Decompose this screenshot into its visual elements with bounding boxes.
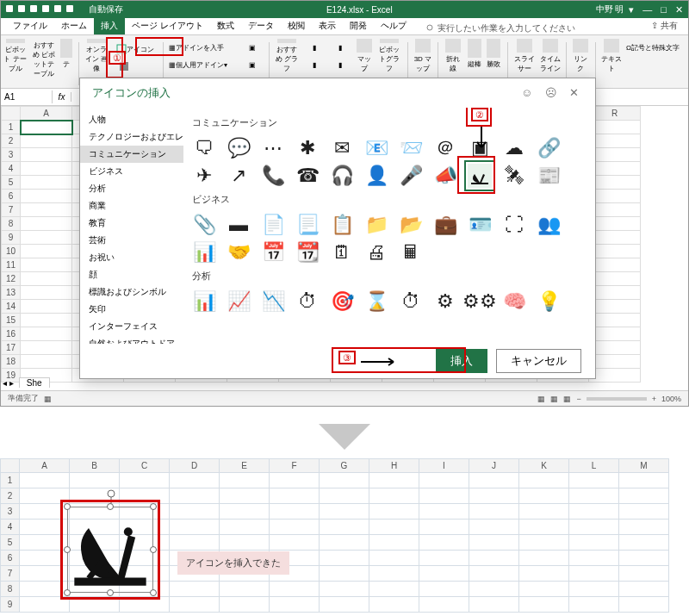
tab-insert[interactable]: 挿入 [94, 17, 125, 34]
icon-document-text[interactable]: 📃 [295, 213, 320, 237]
icon-telephone[interactable]: ☎ [295, 164, 320, 188]
link-button[interactable]: リンク [572, 39, 590, 73]
row-header[interactable]: 1 [1, 473, 20, 488]
icon-handshake[interactable]: 🤝 [227, 240, 251, 264]
line-chart-button[interactable]: ▮ [303, 56, 326, 73]
symbol-button[interactable]: Ω 記号と特殊文字 [626, 39, 686, 56]
zoom-level[interactable]: 100% [661, 395, 681, 403]
icon-target[interactable]: 🎯 [330, 289, 354, 314]
tab-view[interactable]: 表示 [312, 17, 343, 34]
row-header[interactable]: 8 [2, 217, 21, 231]
icon-gear[interactable]: ⚙ [433, 289, 457, 314]
category-item[interactable]: 顔 [80, 266, 183, 283]
col-header[interactable]: A [21, 107, 72, 121]
pivot-chart-button[interactable]: ピボットグラフ [377, 39, 402, 73]
category-item[interactable]: 自然およびアウトドア [80, 335, 183, 344]
cell-A1[interactable] [21, 121, 72, 134]
close-icon[interactable]: ✕ [675, 4, 683, 16]
icon-speech-bubbles[interactable]: 💬 [227, 136, 251, 160]
row-header[interactable]: 9 [2, 231, 21, 245]
tab-file[interactable]: ファイル [6, 17, 54, 34]
icon-phone[interactable]: 📞 [261, 164, 285, 188]
row-header[interactable]: 8 [1, 582, 20, 597]
icon-briefcase[interactable]: 💼 [433, 213, 457, 237]
row-header[interactable]: 3 [1, 504, 20, 520]
icon-inbox[interactable]: 📨 [399, 136, 423, 160]
fx-button[interactable]: fx [53, 92, 71, 102]
share-button[interactable]: ⇪ 共有 [646, 17, 683, 34]
icon-ellipsis[interactable]: ⋯ [261, 136, 285, 160]
category-item[interactable]: インターフェイス [80, 318, 183, 335]
col-header[interactable]: M [619, 459, 669, 473]
sparkline-winloss-button[interactable]: 勝敗 [486, 39, 502, 73]
col-header[interactable]: E [220, 459, 270, 473]
category-item[interactable]: 人物 [80, 111, 183, 128]
icon-id-badge[interactable]: 🪪 [468, 213, 492, 237]
col-header[interactable]: I [419, 459, 469, 473]
maps-button[interactable]: マップ [355, 39, 374, 73]
category-item[interactable]: 矢印 [80, 301, 183, 318]
icon-envelope[interactable]: ✉ [330, 136, 354, 160]
col-header[interactable]: L [569, 459, 619, 473]
smile-icon[interactable]: ☺ [521, 86, 535, 100]
category-item[interactable]: 分析 [80, 180, 183, 197]
tell-me-search[interactable]: 実行したい作業を入力してください [425, 22, 575, 34]
table-button[interactable]: テ [59, 39, 72, 73]
frown-icon[interactable]: ☹ [545, 86, 559, 100]
category-item[interactable]: お祝い [80, 249, 183, 266]
col-header[interactable]: G [320, 459, 369, 473]
icon-envelope-open[interactable]: 📧 [364, 136, 388, 160]
view-page-layout-button[interactable]: ▦ [550, 395, 558, 403]
icon-folder[interactable]: 📁 [364, 213, 388, 237]
icon-document[interactable]: 📄 [261, 213, 285, 237]
icon-printer[interactable]: 🖨 [364, 240, 388, 264]
sheet-tab[interactable]: She [19, 377, 50, 388]
icon-stapler[interactable]: ▬ [227, 213, 251, 237]
col-header[interactable]: F [270, 459, 320, 473]
icon-cloud-download[interactable]: ☁ [502, 136, 526, 160]
tab-formulas[interactable]: 数式 [210, 17, 241, 34]
tab-review[interactable]: 校閲 [281, 17, 312, 34]
pivot-table-button[interactable]: ピボット テーブル [3, 39, 28, 73]
icon-share-arrow[interactable]: ↗ [227, 164, 251, 188]
icon-folder-open[interactable]: 📂 [399, 213, 423, 237]
column-chart-button[interactable]: ▮ [303, 39, 326, 56]
people-graph-button[interactable]: ▣ [241, 56, 264, 73]
icon-calendar-month[interactable]: 🗓 [330, 240, 354, 264]
my-addins-button[interactable]: ▦ 個人用アドイン ▾ [169, 56, 238, 73]
icon-stopwatch[interactable]: ⏱ [399, 289, 423, 314]
timeline-button[interactable]: タイム ライン [540, 39, 561, 73]
row-header[interactable]: 7 [1, 566, 20, 582]
row-header[interactable]: 6 [2, 190, 21, 203]
minimize-icon[interactable]: — [642, 4, 652, 16]
row-header[interactable]: 17 [2, 341, 21, 355]
tab-page-layout[interactable]: ページ レイアウト [125, 17, 210, 34]
row-header[interactable]: 6 [1, 551, 20, 566]
icon-satellite[interactable]: 🛰 [502, 164, 526, 188]
icon-paperclip[interactable]: 📎 [192, 213, 216, 237]
icon-brain-gear[interactable]: 🧠 [502, 289, 526, 314]
3d-map-button[interactable]: 3D マップ [413, 39, 432, 73]
dialog-insert-button[interactable]: 挿入 [436, 349, 487, 373]
col-header[interactable]: R [589, 107, 641, 121]
row-header[interactable]: 11 [2, 258, 21, 272]
row-header[interactable]: 12 [2, 272, 21, 286]
zoom-slider[interactable] [587, 397, 647, 401]
icon-clipboard[interactable]: 📋 [330, 213, 354, 237]
bar-chart-button[interactable]: ▮ [329, 39, 351, 56]
row-header[interactable]: 9 [1, 597, 20, 613]
category-item[interactable]: 芸術 [80, 232, 183, 249]
zoom-in-button[interactable]: + [652, 395, 656, 403]
row-header[interactable]: 14 [2, 300, 21, 314]
maximize-icon[interactable]: □ [661, 4, 667, 16]
view-page-break-button[interactable]: ▦ [563, 395, 571, 403]
icon-calculator[interactable]: 🖩 [399, 240, 423, 264]
bing-maps-button[interactable]: ▣ [241, 39, 264, 56]
icon-lightbulb[interactable]: 💡 [537, 289, 561, 314]
icon-network[interactable]: ✱ [295, 136, 320, 160]
sparkline-column-button[interactable]: 縦棒 [466, 39, 482, 73]
icon-line-chart-down[interactable]: 📉 [261, 289, 285, 314]
icon-newspaper[interactable]: 📰 [537, 164, 561, 188]
zoom-out-button[interactable]: − [576, 395, 580, 403]
category-item[interactable]: コミュニケーション [80, 146, 183, 163]
